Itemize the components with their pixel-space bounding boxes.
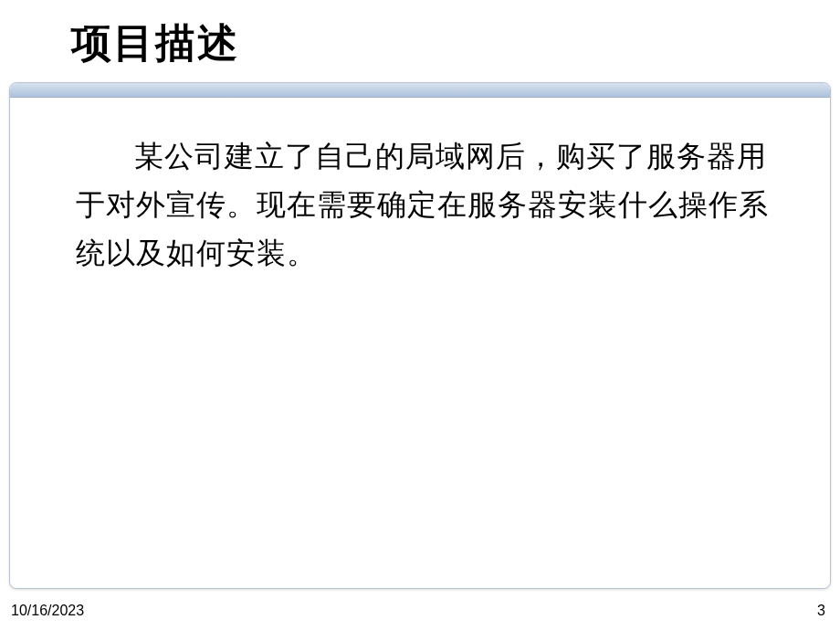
content-panel: 某公司建立了自己的局域网后，购买了服务器用于对外宣传。现在需要确定在服务器安装什… — [9, 82, 831, 589]
body-text: 某公司建立了自己的局域网后，购买了服务器用于对外宣传。现在需要确定在服务器安装什… — [10, 98, 830, 295]
slide-title: 项目描述 — [71, 16, 239, 70]
footer-date: 10/16/2023 — [11, 603, 84, 619]
footer-page-number: 3 — [817, 603, 825, 619]
panel-header-bar — [10, 83, 830, 98]
